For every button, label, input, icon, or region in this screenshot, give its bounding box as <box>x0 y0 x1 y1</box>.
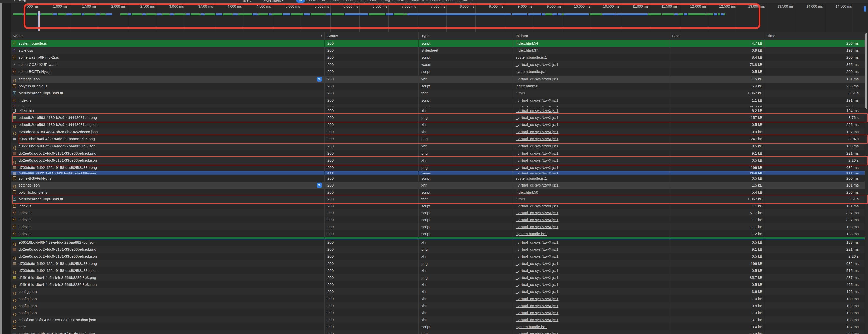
table-row[interactable]: ‹› index.js 200 script _virtual_cc-sysiN… <box>11 97 865 104</box>
table-row[interactable]: d700dc6e-6d92-422a-9158-dad825f8a33e.png… <box>11 260 865 267</box>
table-row[interactable]: edaedb2e-b593-4130-b2d9-4d4448081cfa.png… <box>11 114 865 121</box>
table-row[interactable]: ca0b4109-318b-4f86-8749-6f061d633df3.png… <box>11 331 865 334</box>
table-row[interactable]: {} config.json 200 xhr _virtual_cc-sysiN… <box>11 288 865 295</box>
initiator-link[interactable]: _virtual_cc-sysiNzwX.js:1 <box>516 261 558 266</box>
cell-size: 4.7 kB <box>752 40 763 47</box>
table-row[interactable]: e06518bd-b46f-4f39-a4dc-f22baa8827b6.png… <box>11 135 865 142</box>
script-file-icon: ‹› <box>12 190 16 194</box>
initiator-link[interactable]: _virtual_cc-sysiNzwX.js:1 <box>516 108 558 113</box>
initiator-link[interactable]: _virtual_cc-sysiNzwX.js:1 <box>516 275 558 280</box>
cell-status: 200 <box>328 150 334 157</box>
initiator-link[interactable]: _virtual_cc-sysiNzwX.js:1 <box>516 318 558 322</box>
initiator-link[interactable]: index.html:50 <box>516 84 538 88</box>
table-row[interactable]: {} config.json 200 xhr _virtual_cc-sysiN… <box>11 309 865 316</box>
initiator-link[interactable]: _virtual_cc-sysiNzwX.js:1 <box>516 77 558 81</box>
initiator-link[interactable]: _virtual_cc-sysiNzwX.js:1 <box>516 98 558 102</box>
initiator-link[interactable]: _virtual_cc-sysiNzwX.js:1 <box>516 144 558 148</box>
table-row[interactable]: {} db2ee0da-c5c2-4dc9-8181-33de66befced.… <box>11 157 865 164</box>
table-row[interactable]: ‹› index.js 200 script system.bundle.js:… <box>11 230 865 237</box>
initiator-link[interactable]: _virtual_cc-sysiNzwX.js:1 <box>516 332 558 334</box>
initiator-link[interactable]: _virtual_cc-sysiNzwX.js:1 <box>516 165 558 170</box>
table-row[interactable]: T Merriweather_48pt-Bold.ttf 200 font Ot… <box>11 90 865 97</box>
table-row[interactable]: / style.css 200 stylesheet index.html:37… <box>11 47 865 54</box>
table-row[interactable]: ‹› polyfills.bundle.js 200 script index.… <box>11 82 865 90</box>
cell-type: xhr <box>421 281 427 288</box>
initiator-link[interactable]: _virtual_cc-sysiNzwX.js:1 <box>516 122 558 127</box>
table-row[interactable]: ‹› index.js 200 script _virtual_cc-sysiN… <box>11 216 865 224</box>
table-row[interactable]: T Merriweather_48pt-Bold.ttf 200 font Ot… <box>11 196 865 203</box>
initiator-link[interactable]: _virtual_cc-sysiNzwX.js:1 <box>516 304 558 308</box>
initiator-link[interactable]: index.html:37 <box>516 48 538 52</box>
table-row[interactable]: ‹› spine-BGFFnNyc.js 200 script system.b… <box>11 175 865 182</box>
cell-type: xhr <box>421 267 427 274</box>
table-row[interactable]: db2ee0da-c5c2-4dc9-8181-33de66befced.png… <box>11 246 865 253</box>
initiator-link[interactable]: _virtual_cc-sysiNzwX.js:1 <box>516 130 558 134</box>
table-row[interactable]: {} config.json 200 xhr _virtual_cc-sysiN… <box>11 295 865 302</box>
initiator-link[interactable]: _virtual_cc-sysiNzwX.js:1 <box>516 254 558 259</box>
initiator-link[interactable]: system.bundle.js:1 <box>516 325 547 329</box>
table-row[interactable]: ‹› polyfills.bundle.js 200 script index.… <box>11 189 865 196</box>
wasm-file-icon: w <box>12 63 16 66</box>
table-row[interactable]: db2ee0da-c5c2-4dc9-8181-33de66befced.png… <box>11 150 865 157</box>
initiator-link[interactable]: _virtual_cc-sysiNzwX.js:1 <box>516 225 558 229</box>
table-row[interactable]: {} config.json 200 xhr _virtual_cc-sysiN… <box>11 302 865 309</box>
cell-time: 193 ms <box>846 316 859 324</box>
initiator-link[interactable]: _virtual_cc-sysiNzwX.js:1 <box>516 62 558 67</box>
table-row[interactable]: {} d700dc6e-6d92-422a-9158-dad825f8a33e.… <box>11 267 865 274</box>
cell-time: 297 ms <box>846 331 859 334</box>
initiator-link[interactable]: _virtual_cc-sysiNzwX.js:1 <box>516 247 558 252</box>
initiator-link[interactable]: _virtual_cc-sysiNzwX.js:1 <box>516 310 558 315</box>
initiator-link[interactable]: _virtual_cc-sysiNzwX.js:1 <box>516 158 558 162</box>
initiator-link[interactable]: index.html:54 <box>516 41 538 45</box>
table-row[interactable]: w spine-CC34fKUR.wasm 200 wasm _virtual_… <box>11 61 865 68</box>
json-file-icon: {} <box>12 159 17 164</box>
cell-initiator: _virtual_cc-sysiNzwX.js:1 <box>516 281 558 288</box>
initiator-link[interactable]: _virtual_cc-sysiNzwX.js:1 <box>516 115 558 120</box>
image-file-icon <box>12 152 17 155</box>
cell-initiator: _virtual_cc-sysiNzwX.js:1 <box>516 331 558 334</box>
table-row[interactable]: ‹› cc.js 200 script system.bundle.js:1 3… <box>11 324 865 331</box>
table-row[interactable]: effect.bin 200 xhr _virtual_cc-sysiNzwX.… <box>11 107 865 114</box>
initiator-link[interactable]: _virtual_cc-sysiNzwX.js:1 <box>516 297 558 301</box>
table-row[interactable]: d700dc6e-6d92-422a-9158-dad825f8a33e.png… <box>11 164 865 171</box>
initiator-link[interactable]: _virtual_cc-sysiNzwX.js:1 <box>516 240 558 244</box>
stylesheet-file-icon: / <box>12 48 16 52</box>
initiator-link[interactable]: _virtual_cc-sysiNzwX.js:1 <box>516 282 558 287</box>
table-row[interactable]: {} settings.json 200 xhr _virtual_cc-sys… <box>11 182 865 189</box>
initiator-link[interactable]: system.bundle.js:1 <box>516 176 547 180</box>
table-row[interactable]: {} cd33f3a6-28fa-4199-9ec3-2129318c9baa.… <box>11 316 865 324</box>
initiator-link[interactable]: system.bundle.js:1 <box>516 55 547 59</box>
cell-size: 0.5 kB <box>752 121 763 128</box>
initiator-link[interactable]: system.bundle.js:1 <box>516 232 547 236</box>
table-row[interactable]: ‹› spine.wasm-6Pimu-Zr.js 200 script sys… <box>11 54 865 61</box>
table-row[interactable]: {} d2f9161d-dbe4-4b5a-b4e8-568b8236f8b3.… <box>11 281 865 288</box>
table-scrollbar-thumb[interactable] <box>866 33 868 109</box>
initiator-link[interactable]: _virtual_cc-sysiNzwX.js:1 <box>516 183 558 187</box>
table-row[interactable]: {} db2ee0da-c5c2-4dc9-8181-33de66befced.… <box>11 253 865 260</box>
cell-name: index.js <box>19 97 31 104</box>
table-row[interactable]: {} edaedb2e-b593-4130-b2d9-4d4448081cfa.… <box>11 121 865 128</box>
table-row[interactable]: d2f9161d-dbe4-4b5a-b4e8-568b8236f8b3.png… <box>11 274 865 281</box>
table-row[interactable]: {} e06518bd-b46f-4f39-a4dc-f22baa8827b6.… <box>11 239 865 246</box>
table-row[interactable]: ‹› index.js 200 script _virtual_cc-sysiN… <box>11 209 865 216</box>
table-row[interactable]: ‹› index.js 200 script _virtual_cc-sysiN… <box>11 203 865 210</box>
initiator-link[interactable]: _virtual_cc-sysiNzwX.js:1 <box>516 151 558 155</box>
initiator-link[interactable]: _virtual_cc-sysiNzwX.js:1 <box>516 137 558 141</box>
initiator-link[interactable]: _virtual_cc-sysiNzwX.js:1 <box>516 211 558 215</box>
initiator-link[interactable]: _virtual_cc-sysiNzwX.js:1 <box>516 268 558 273</box>
table-row[interactable]: {} e06518bd-b46f-4f39-a4dc-f22baa8827b6.… <box>11 143 865 150</box>
initiator-link[interactable]: _virtual_cc-sysiNzwX.js:1 <box>516 218 558 222</box>
initiator-link[interactable]: _virtual_cc-sysiNzwX.js:1 <box>516 290 558 294</box>
cell-status: 200 <box>328 107 334 114</box>
initiator-link[interactable]: system.bundle.js:1 <box>516 69 547 74</box>
cell-name: settings.json <box>19 182 39 189</box>
table-row[interactable]: ‹› spine-BGFFnNyc.js 200 script system.b… <box>11 68 865 75</box>
table-row[interactable]: {} e2a9d82a-61c9-4da4-8b2c-8b20452d6ccc.… <box>11 128 865 135</box>
table-row[interactable]: ‹› index.js 200 script _virtual_cc-sysiN… <box>11 223 865 230</box>
json-file-icon: {} <box>12 130 17 135</box>
initiator-link[interactable]: index.html:50 <box>516 190 538 194</box>
initiator-link[interactable]: _virtual_cc-sysiNzwX.js:1 <box>516 172 558 174</box>
table-row[interactable]: {} settings.json 200 xhr _virtual_cc-sys… <box>11 75 865 82</box>
initiator-link[interactable]: _virtual_cc-sysiNzwX.js:1 <box>516 204 558 208</box>
table-row[interactable]: ‹› system.bundle.js 200 script index.htm… <box>11 40 865 47</box>
